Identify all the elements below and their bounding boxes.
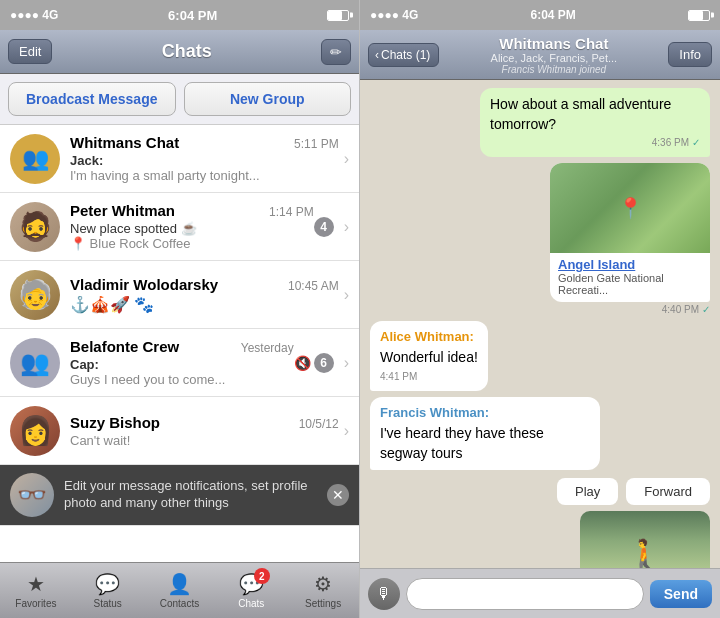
right-signal: ●●●● 4G: [370, 8, 418, 22]
edit-button[interactable]: Edit: [8, 39, 52, 64]
chat-item-suzy[interactable]: 👩 Suzy Bishop 10/5/12 Can't wait! ›: [0, 397, 359, 465]
send-button[interactable]: Send: [650, 580, 712, 608]
chat-preview-peter: 📍 Blue Rock Coffee: [70, 236, 314, 251]
chat-sender-whitmans: Jack:: [70, 153, 339, 168]
tab-status-label: Status: [94, 598, 122, 609]
sender-francis: Francis Whitman:: [380, 404, 590, 422]
badge-peter: 4: [314, 217, 334, 237]
tooltip-close-button[interactable]: ✕: [327, 484, 349, 506]
video-section: Play Forward 🚶 0:37 📹 4:51 PM ✓: [370, 476, 710, 568]
chat-preview-suzy: Can't wait!: [70, 433, 339, 448]
tab-settings[interactable]: ⚙ Settings: [287, 563, 359, 618]
avatar-vladimir: 🧓: [10, 270, 60, 320]
chats-icon: 💬 2: [239, 572, 264, 596]
chat-list: 👥 Whitmans Chat 5:11 PM Jack: I'm having…: [0, 125, 359, 562]
new-group-button[interactable]: New Group: [184, 82, 352, 116]
message-1-content: How about a small adventure tomorrow? 4:…: [480, 88, 710, 157]
avatar-peter: 🧔: [10, 202, 60, 252]
back-chevron-icon: ‹: [375, 48, 379, 62]
chat-content-peter: Peter Whitman 1:14 PM New place spotted …: [70, 202, 314, 251]
chat-time-vladimir: 10:45 AM: [288, 279, 339, 293]
compose-button[interactable]: ✏: [321, 39, 351, 65]
map-info: Angel Island Golden Gate National Recrea…: [550, 253, 710, 302]
right-nav-bar: ‹ Chats (1) Whitmans Chat Alice, Jack, F…: [360, 30, 720, 80]
chats-title: Chats: [162, 41, 212, 62]
back-button[interactable]: ‹ Chats (1): [368, 43, 439, 67]
action-buttons-row: Broadcast Message New Group: [0, 74, 359, 125]
chat-name-suzy: Suzy Bishop: [70, 414, 160, 431]
chat-preview-vladimir: ⚓🎪🚀 🐾: [70, 295, 339, 314]
map-image: 📍: [550, 163, 710, 253]
left-battery: [327, 10, 349, 21]
compose-icon: ✏: [330, 44, 342, 60]
battery-icon: [327, 10, 349, 21]
chat-header-belafonte: Belafonte Crew Yesterday: [70, 338, 294, 355]
badge-row-belafonte: 🔇 6 ›: [294, 353, 349, 373]
info-button[interactable]: Info: [668, 42, 712, 67]
chat-content-whitmans: Whitmans Chat 5:11 PM Jack: I'm having a…: [70, 134, 339, 183]
chevron-icon-belafonte: ›: [344, 354, 349, 372]
play-forward-row: Play Forward: [557, 478, 710, 505]
left-nav-bar: Edit Chats ✏: [0, 30, 359, 74]
left-status-bar: ●●●● 4G 6:04 PM: [0, 0, 359, 30]
tab-favorites[interactable]: ★ Favorites: [0, 563, 72, 618]
tab-favorites-label: Favorites: [15, 598, 56, 609]
right-status-bar: ●●●● 4G 6:04 PM: [360, 0, 720, 30]
chevron-icon-peter: ›: [344, 218, 349, 236]
chat-time-suzy: 10/5/12: [299, 417, 339, 431]
right-chat-subtitle: Alice, Jack, Francis, Pet...: [491, 52, 618, 64]
tab-chats[interactable]: 💬 2 Chats: [215, 563, 287, 618]
message-map-content: 📍 Angel Island Golden Gate National Recr…: [550, 163, 710, 315]
bubble-1: How about a small adventure tomorrow? 4:…: [480, 88, 710, 157]
tab-chats-label: Chats: [238, 598, 264, 609]
chat-name-vladimir: Vladimir Wolodarsky: [70, 276, 218, 293]
mic-button[interactable]: 🎙: [368, 578, 400, 610]
map-subtitle: Golden Gate National Recreati...: [558, 272, 702, 296]
chat-preview-belafonte: Guys I need you to come...: [70, 372, 294, 387]
message-francis: Francis Whitman: I've heard they have th…: [370, 397, 710, 470]
forward-button[interactable]: Forward: [626, 478, 710, 505]
chat-item-belafonte[interactable]: 👥 Belafonte Crew Yesterday Cap: Guys I n…: [0, 329, 359, 397]
left-signal-text: ●●●● 4G: [10, 8, 58, 22]
chat-item-whitmans[interactable]: 👥 Whitmans Chat 5:11 PM Jack: I'm having…: [0, 125, 359, 193]
badge-row-peter: 4 ›: [314, 217, 349, 237]
left-time: 6:04 PM: [168, 8, 217, 23]
video-bubble[interactable]: 🚶 0:37: [580, 511, 710, 568]
tab-bar: ★ Favorites 💬 Status 👤 Contacts 💬 2 Chat…: [0, 562, 359, 618]
chat-time-belafonte: Yesterday: [241, 341, 294, 355]
play-button[interactable]: Play: [557, 478, 618, 505]
chat-item-peter[interactable]: 🧔 Peter Whitman 1:14 PM New place spotte…: [0, 193, 359, 261]
mute-icon-belafonte: 🔇: [294, 355, 311, 371]
bubble-alice-text: Wonderful idea!: [380, 349, 478, 365]
tooltip-item[interactable]: 👓 Edit your message notifications, set p…: [0, 465, 359, 526]
left-signal: ●●●● 4G: [10, 8, 58, 22]
broadcast-button[interactable]: Broadcast Message: [8, 82, 176, 116]
chat-content-vladimir: Vladimir Wolodarsky 10:45 AM ⚓🎪🚀 🐾: [70, 276, 339, 314]
right-joined-text: Francis Whitman joined: [491, 64, 618, 75]
chat-time-peter: 1:14 PM: [269, 205, 314, 219]
message-input[interactable]: [406, 578, 644, 610]
map-pin-icon: 📍: [618, 196, 643, 220]
chat-item-vladimir[interactable]: 🧓 Vladimir Wolodarsky 10:45 AM ⚓🎪🚀 🐾 ›: [0, 261, 359, 329]
chat-name-belafonte: Belafonte Crew: [70, 338, 179, 355]
status-icon: 💬: [95, 572, 120, 596]
chat-time-whitmans: 5:11 PM: [294, 137, 339, 151]
right-panel: ●●●● 4G 6:04 PM ‹ Chats (1) Whitmans Cha…: [360, 0, 720, 618]
tooltip-text: Edit your message notifications, set pro…: [64, 478, 319, 512]
map-bubble[interactable]: 📍 Angel Island Golden Gate National Recr…: [550, 163, 710, 302]
tab-contacts[interactable]: 👤 Contacts: [144, 563, 216, 618]
bubble-francis-text: I've heard they have these segway tours: [380, 425, 544, 461]
chat-sender-peter: New place spotted ☕: [70, 221, 314, 236]
video-thumbnail: 🚶: [580, 511, 710, 568]
tab-status[interactable]: 💬 Status: [72, 563, 144, 618]
checkmark-map: ✓: [702, 304, 710, 315]
back-label: Chats (1): [381, 48, 430, 62]
checkmark-1: ✓: [692, 136, 700, 150]
input-area: 🎙 Send: [360, 568, 720, 618]
message-1: How about a small adventure tomorrow? 4:…: [370, 88, 710, 157]
mic-icon: 🎙: [376, 585, 392, 603]
right-nav-center: Whitmans Chat Alice, Jack, Francis, Pet.…: [491, 35, 618, 75]
tab-settings-label: Settings: [305, 598, 341, 609]
messages-area: How about a small adventure tomorrow? 4:…: [360, 80, 720, 568]
chat-preview-whitmans: I'm having a small party tonight...: [70, 168, 339, 183]
